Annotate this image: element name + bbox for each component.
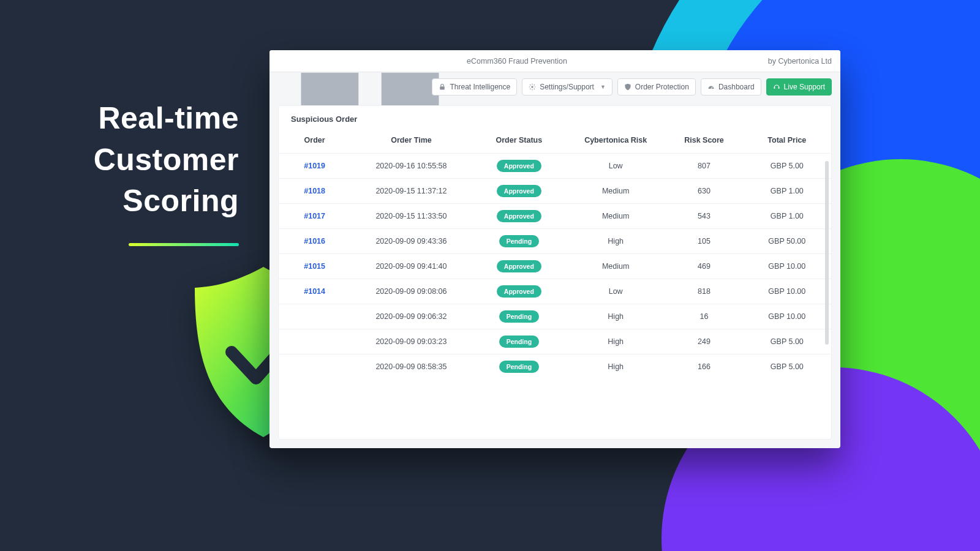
- col-risk[interactable]: Cybertonica Risk: [566, 130, 665, 154]
- cell-order-time: 2020-09-09 09:41:40: [350, 254, 472, 279]
- order-link[interactable]: #1019: [304, 162, 325, 170]
- status-badge: Approved: [497, 285, 541, 298]
- cell-order-id: #1017: [279, 204, 350, 229]
- cell-order-time: 2020-09-16 10:55:58: [350, 154, 472, 179]
- order-link[interactable]: #1016: [304, 237, 325, 246]
- suspicious-order-panel: Suspicious Order Order Order Time Order …: [278, 105, 832, 440]
- col-price[interactable]: Total Price: [743, 130, 831, 154]
- settings-support-button[interactable]: Settings/Support ▼: [522, 78, 612, 96]
- cell-order-time: 2020-09-09 08:58:35: [350, 354, 472, 380]
- cell-risk: High: [566, 354, 665, 380]
- cell-risk: Low: [566, 154, 665, 179]
- status-badge: Approved: [497, 185, 541, 197]
- cell-risk: High: [566, 329, 665, 354]
- svg-rect-4: [440, 86, 445, 89]
- cell-order-status: Pending: [472, 304, 566, 329]
- order-link[interactable]: #1014: [304, 287, 325, 296]
- cell-price: GBP 10.00: [743, 254, 831, 279]
- order-link[interactable]: #1015: [304, 262, 325, 271]
- cell-order-time: 2020-09-15 11:37:12: [350, 179, 472, 204]
- app-window: eComm360 Fraud Prevention by Cybertonica…: [270, 50, 840, 448]
- cell-order-id: #1018: [279, 179, 350, 204]
- order-link[interactable]: #1018: [304, 187, 325, 195]
- cell-order-id: [279, 329, 350, 354]
- col-score[interactable]: Risk Score: [665, 130, 742, 154]
- cell-order-id: #1015: [279, 254, 350, 279]
- cell-risk: Medium: [566, 204, 665, 229]
- dashboard-button[interactable]: Dashboard: [701, 78, 761, 96]
- table-row[interactable]: #10162020-09-09 09:43:36PendingHigh105GB…: [279, 229, 831, 254]
- cell-price: GBP 10.00: [743, 279, 831, 304]
- table-row[interactable]: 2020-09-09 09:03:23PendingHigh249GBP 5.0…: [279, 329, 831, 354]
- order-link[interactable]: #1017: [304, 212, 325, 220]
- table-row[interactable]: #10172020-09-15 11:33:50ApprovedMedium54…: [279, 204, 831, 229]
- order-protection-label: Order Protection: [635, 83, 689, 91]
- cell-order-status: Approved: [472, 179, 566, 204]
- table-row[interactable]: #10152020-09-09 09:41:40ApprovedMedium46…: [279, 254, 831, 279]
- window-title: eComm360 Fraud Prevention: [467, 57, 567, 66]
- scrollbar[interactable]: [825, 161, 829, 345]
- chevron-down-icon: ▼: [600, 84, 606, 90]
- cell-score: 469: [665, 254, 742, 279]
- col-order[interactable]: Order: [279, 130, 350, 154]
- cell-price: GBP 5.00: [743, 354, 831, 380]
- cell-order-status: Pending: [472, 329, 566, 354]
- table-row[interactable]: 2020-09-09 09:06:32PendingHigh16GBP 10.0…: [279, 304, 831, 329]
- cell-score: 807: [665, 154, 742, 179]
- cell-score: 543: [665, 204, 742, 229]
- shield-icon: [624, 83, 631, 91]
- cell-risk: High: [566, 229, 665, 254]
- lock-icon: [439, 83, 446, 91]
- cell-risk: High: [566, 304, 665, 329]
- cell-score: 630: [665, 179, 742, 204]
- window-vendor: by Cybertonica Ltd: [768, 57, 832, 66]
- hero-block: Real-time Customer Scoring: [86, 98, 239, 246]
- table-header-row: Order Order Time Order Status Cybertonic…: [279, 130, 831, 154]
- status-badge: Pending: [499, 361, 539, 373]
- toolbar: Threat Intelligence Settings/Support ▼ O…: [270, 72, 840, 96]
- hero-title: Real-time Customer Scoring: [86, 98, 239, 222]
- cell-order-status: Approved: [472, 279, 566, 304]
- cell-score: 818: [665, 279, 742, 304]
- cell-price: GBP 5.00: [743, 329, 831, 354]
- hero-underline: [129, 243, 239, 246]
- cell-risk: Low: [566, 279, 665, 304]
- status-badge: Pending: [499, 310, 539, 323]
- cell-price: GBP 50.00: [743, 229, 831, 254]
- svg-rect-7: [774, 87, 775, 89]
- orders-table-wrap[interactable]: Order Order Time Order Status Cybertonic…: [279, 130, 831, 439]
- orders-table: Order Order Time Order Status Cybertonic…: [279, 130, 831, 379]
- window-header: eComm360 Fraud Prevention by Cybertonica…: [270, 50, 840, 72]
- threat-intelligence-button[interactable]: Threat Intelligence: [432, 78, 517, 96]
- cell-order-time: 2020-09-15 11:33:50: [350, 204, 472, 229]
- table-row[interactable]: 2020-09-09 08:58:35PendingHigh166GBP 5.0…: [279, 354, 831, 380]
- status-badge: Approved: [497, 210, 541, 222]
- status-badge: Pending: [499, 235, 539, 247]
- cell-order-time: 2020-09-09 09:43:36: [350, 229, 472, 254]
- hero-line-3: Scoring: [123, 184, 239, 218]
- gear-icon: [529, 83, 536, 91]
- svg-rect-8: [778, 87, 779, 89]
- cell-order-id: #1019: [279, 154, 350, 179]
- order-protection-button[interactable]: Order Protection: [617, 78, 696, 96]
- hero-line-1: Real-time: [98, 101, 239, 135]
- cell-order-id: #1014: [279, 279, 350, 304]
- status-badge: Approved: [497, 160, 541, 172]
- cell-score: 16: [665, 304, 742, 329]
- status-badge: Approved: [497, 260, 541, 272]
- table-row[interactable]: #10192020-09-16 10:55:58ApprovedLow807GB…: [279, 154, 831, 179]
- table-row[interactable]: #10142020-09-09 09:08:06ApprovedLow818GB…: [279, 279, 831, 304]
- cell-order-time: 2020-09-09 09:03:23: [350, 329, 472, 354]
- col-status[interactable]: Order Status: [472, 130, 566, 154]
- headset-icon: [773, 83, 780, 91]
- live-support-label: Live Support: [784, 83, 825, 91]
- live-support-button[interactable]: Live Support: [766, 78, 832, 96]
- table-row[interactable]: #10182020-09-15 11:37:12ApprovedMedium63…: [279, 179, 831, 204]
- col-time[interactable]: Order Time: [350, 130, 472, 154]
- settings-support-label: Settings/Support: [540, 83, 594, 91]
- status-badge: Pending: [499, 335, 539, 348]
- cell-order-id: [279, 354, 350, 380]
- cell-order-status: Approved: [472, 254, 566, 279]
- panel-title: Suspicious Order: [279, 106, 831, 130]
- svg-point-5: [532, 86, 533, 88]
